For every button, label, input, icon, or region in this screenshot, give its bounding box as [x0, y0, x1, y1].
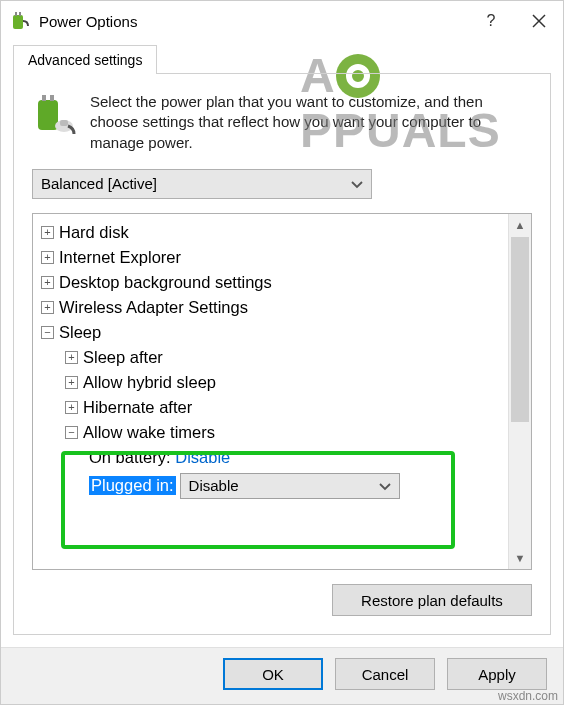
expand-icon[interactable]: + [65, 401, 78, 414]
tree-item-sleep-after[interactable]: +Sleep after [35, 345, 505, 370]
restore-defaults-button[interactable]: Restore plan defaults [332, 584, 532, 616]
collapse-icon[interactable]: − [65, 426, 78, 439]
apply-button[interactable]: Apply [447, 658, 547, 690]
cancel-button[interactable]: Cancel [335, 658, 435, 690]
intro-text: Select the power plan that you want to c… [90, 92, 532, 153]
expand-icon[interactable]: + [41, 251, 54, 264]
tree-item-wireless-adapter[interactable]: +Wireless Adapter Settings [35, 295, 505, 320]
battery-plug-icon [32, 92, 76, 136]
dialog-footer: OK Cancel Apply [1, 647, 563, 704]
power-plan-select[interactable]: Balanced [Active] [32, 169, 372, 199]
tab-row: Advanced settings [1, 41, 563, 74]
tree-item-internet-explorer[interactable]: +Internet Explorer [35, 245, 505, 270]
plugged-in-select[interactable]: Disable [180, 473, 400, 499]
tree-item-on-battery[interactable]: On battery: Disable [35, 445, 505, 470]
tab-content: Select the power plan that you want to c… [13, 74, 551, 635]
power-options-dialog: Power Options ? Advanced settings Select… [0, 0, 564, 705]
expand-icon[interactable]: + [65, 376, 78, 389]
scroll-track[interactable] [509, 237, 531, 546]
tree-item-hard-disk[interactable]: +Hard disk [35, 220, 505, 245]
expand-icon[interactable]: + [41, 301, 54, 314]
plugged-in-value: Disable [189, 477, 239, 494]
tree-item-plugged-in[interactable]: Plugged in: Disable [35, 470, 505, 502]
svg-rect-7 [50, 95, 54, 101]
plugged-in-label: Plugged in: [89, 476, 176, 495]
window-title: Power Options [39, 13, 467, 30]
tree-item-desktop-background[interactable]: +Desktop background settings [35, 270, 505, 295]
chevron-down-icon [351, 175, 363, 192]
ok-button[interactable]: OK [223, 658, 323, 690]
expand-icon[interactable]: + [65, 351, 78, 364]
chevron-down-icon [379, 477, 391, 494]
watermark-site: wsxdn.com [498, 689, 558, 703]
tree-item-hybrid-sleep[interactable]: +Allow hybrid sleep [35, 370, 505, 395]
expand-icon[interactable]: + [41, 226, 54, 239]
power-plan-icon [11, 11, 31, 31]
help-button[interactable]: ? [467, 1, 515, 41]
tab-advanced-settings[interactable]: Advanced settings [13, 45, 157, 74]
close-button[interactable] [515, 1, 563, 41]
tree-item-sleep[interactable]: −Sleep [35, 320, 505, 345]
svg-rect-2 [19, 12, 21, 16]
svg-rect-9 [60, 120, 68, 126]
on-battery-value[interactable]: Disable [175, 448, 230, 467]
svg-rect-6 [42, 95, 46, 101]
tree-item-hibernate-after[interactable]: +Hibernate after [35, 395, 505, 420]
tree-scrollbar[interactable]: ▲ ▼ [508, 214, 531, 569]
settings-tree: +Hard disk +Internet Explorer +Desktop b… [32, 213, 532, 570]
svg-rect-0 [13, 15, 23, 29]
on-battery-label: On battery: [89, 448, 171, 467]
scroll-thumb[interactable] [511, 237, 529, 423]
power-plan-selected: Balanced [Active] [41, 175, 157, 192]
titlebar: Power Options ? [1, 1, 563, 41]
scroll-down-icon[interactable]: ▼ [509, 546, 531, 569]
svg-rect-5 [38, 100, 58, 130]
expand-icon[interactable]: + [41, 276, 54, 289]
scroll-up-icon[interactable]: ▲ [509, 214, 531, 237]
collapse-icon[interactable]: − [41, 326, 54, 339]
tree-item-allow-wake-timers[interactable]: −Allow wake timers [35, 420, 505, 445]
svg-rect-1 [15, 12, 17, 16]
